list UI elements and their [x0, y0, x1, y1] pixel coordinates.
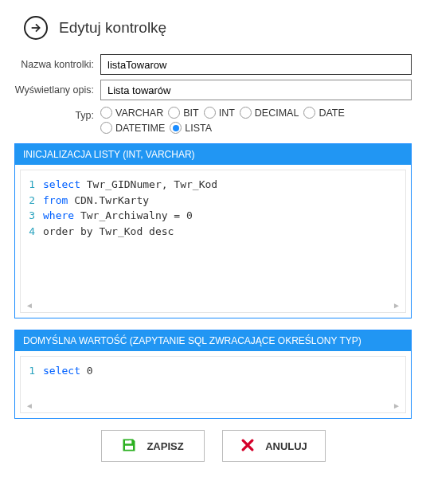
- row-type: Typ: VARCHARBITINTDECIMALDATEDATETIMELIS…: [14, 105, 412, 139]
- default-section-header: DOMYŚLNA WARTOŚĆ (ZAPYTANIE SQL ZWRACAJĄ…: [15, 330, 411, 351]
- code-line: 3where Twr_Archiwalny = 0: [25, 208, 401, 224]
- radio-icon: [170, 122, 182, 134]
- radio-label: VARCHAR: [115, 107, 163, 119]
- init-section-header: INICJALIZACJA LISTY (INT, VARCHAR): [15, 144, 411, 165]
- radio-icon: [303, 107, 315, 119]
- scrollbar-horizontal[interactable]: ◄►: [25, 300, 401, 310]
- type-radio-varchar[interactable]: VARCHAR: [100, 107, 163, 119]
- save-button-label: ZAPISZ: [147, 440, 183, 452]
- name-input[interactable]: [100, 54, 412, 75]
- code-content: select 0: [43, 363, 93, 379]
- line-number: 3: [25, 208, 43, 224]
- type-radio-decimal[interactable]: DECIMAL: [240, 107, 299, 119]
- cancel-button[interactable]: ANULUJ: [222, 430, 326, 462]
- row-desc: Wyświetlany opis:: [14, 80, 412, 100]
- radio-label: LISTA: [185, 123, 212, 134]
- name-label: Nazwa kontrolki:: [14, 59, 100, 70]
- button-row: ZAPISZ ANULUJ: [14, 430, 412, 462]
- code-line: 4order by Twr_Kod desc: [25, 224, 401, 240]
- line-number: 1: [25, 363, 43, 379]
- radio-label: DATE: [319, 107, 344, 119]
- radio-icon: [204, 107, 216, 119]
- radio-icon: [168, 107, 180, 119]
- cancel-button-label: ANULUJ: [265, 440, 307, 452]
- type-radio-lista[interactable]: LISTA: [170, 122, 212, 134]
- type-label: Typ:: [14, 105, 100, 121]
- arrow-right-icon: [24, 16, 48, 40]
- page-title: Edytuj kontrolkę: [59, 19, 166, 37]
- dialog-header: Edytuj kontrolkę: [24, 16, 412, 40]
- type-radio-datetime[interactable]: DATETIME: [100, 122, 165, 134]
- close-icon: [240, 437, 256, 455]
- line-number: 2: [25, 193, 43, 209]
- svg-rect-1: [129, 440, 131, 443]
- type-radio-bit[interactable]: BIT: [168, 107, 198, 119]
- init-section: INICJALIZACJA LISTY (INT, VARCHAR) 1sele…: [14, 143, 412, 318]
- init-code-area[interactable]: 1select Twr_GIDNumer, Twr_Kod2from CDN.T…: [20, 170, 406, 313]
- row-name: Nazwa kontrolki:: [14, 54, 412, 75]
- radio-label: DATETIME: [115, 123, 165, 134]
- line-number: 4: [25, 224, 43, 240]
- line-number: 1: [25, 177, 43, 193]
- save-button[interactable]: ZAPISZ: [101, 430, 205, 462]
- radio-icon: [100, 107, 112, 119]
- code-line: 1select 0: [25, 363, 401, 379]
- desc-label: Wyświetlany opis:: [14, 84, 100, 96]
- radio-icon: [240, 107, 252, 119]
- code-line: 1select Twr_GIDNumer, Twr_Kod: [25, 177, 401, 193]
- type-radio-int[interactable]: INT: [204, 107, 235, 119]
- code-content: from CDN.TwrKarty: [43, 193, 149, 209]
- code-content: where Twr_Archiwalny = 0: [43, 208, 193, 224]
- save-icon: [121, 437, 137, 455]
- scrollbar-horizontal[interactable]: ◄►: [25, 400, 401, 410]
- default-code-area[interactable]: 1select 0 ◄►: [20, 356, 406, 413]
- radio-label: DECIMAL: [255, 107, 299, 119]
- default-section: DOMYŚLNA WARTOŚĆ (ZAPYTANIE SQL ZWRACAJĄ…: [14, 330, 412, 419]
- code-content: order by Twr_Kod desc: [43, 224, 174, 240]
- desc-input[interactable]: [100, 80, 412, 100]
- radio-label: BIT: [183, 107, 198, 119]
- type-radio-date[interactable]: DATE: [303, 107, 344, 119]
- code-content: select Twr_GIDNumer, Twr_Kod: [43, 177, 217, 193]
- code-line: 2from CDN.TwrKarty: [25, 193, 401, 209]
- type-radio-group: VARCHARBITINTDECIMALDATEDATETIMELISTA: [100, 105, 412, 139]
- radio-label: INT: [219, 107, 235, 119]
- radio-icon: [100, 122, 112, 134]
